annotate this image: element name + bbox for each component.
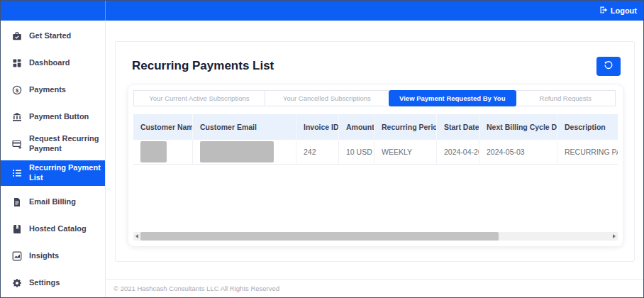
svg-text:$: $: [16, 87, 19, 94]
cell-description: RECURRING PAYMENT: [557, 140, 618, 164]
sidebar-nav: Get Started Dashboard $ Payments Payment…: [1, 21, 106, 297]
sidebar-item-label: Payment Button: [29, 112, 89, 122]
sidebar-item-hosted-catalog[interactable]: Hosted Catalog: [1, 216, 105, 243]
column-header-next-billing-cycle-date: Next Billing Cycle Date: [479, 114, 557, 140]
main-content: Recurring Payments List Your Current Act…: [106, 21, 643, 297]
logout-icon: [599, 6, 608, 16]
footer: © 2021 Hashcash Consultants LLC All Righ…: [106, 279, 643, 297]
sidebar-item-email-billing[interactable]: Email Billing: [1, 189, 105, 216]
tab-bar: Your Current Active Subscriptions Your C…: [133, 90, 618, 106]
cell-start-date: 2024-04-26: [437, 140, 479, 164]
top-navbar: Logout: [1, 1, 643, 21]
cell-amount: 10 USD: [339, 140, 374, 164]
sidebar-item-settings[interactable]: Settings: [1, 270, 105, 297]
cell-customer-name: [133, 140, 193, 164]
card-plus-icon: [12, 139, 23, 149]
cell-next-billing-cycle-date: 2024-05-03: [479, 140, 557, 164]
tab-view-payment-requested[interactable]: View Payment Requested By You: [389, 90, 516, 106]
scrollbar-thumb[interactable]: [140, 232, 499, 241]
cell-invoice-id: 242: [296, 140, 339, 164]
logout-label: Logout: [611, 6, 637, 15]
column-header-invoice-id: Invoice ID: [296, 114, 339, 140]
column-header-start-date: Start Date: [437, 114, 479, 140]
tab-refund-requests[interactable]: Refund Requests: [516, 90, 616, 106]
scroll-left-arrow-icon[interactable]: [135, 234, 138, 238]
sidebar-item-request-recurring-payment[interactable]: Request Recurring Payment: [1, 131, 105, 158]
grid-icon: [12, 58, 23, 68]
redacted-customer-name: [140, 141, 167, 162]
briefcase-check-icon: [12, 31, 23, 41]
file-text-icon: [12, 197, 23, 207]
sidebar-item-payment-button[interactable]: Payment Button: [1, 104, 105, 131]
sidebar-item-dashboard[interactable]: Dashboard: [1, 50, 105, 77]
sidebar-item-payments[interactable]: $ Payments: [1, 77, 105, 104]
topbar-divider: [105, 1, 106, 21]
tab-cancelled-subscriptions[interactable]: Your Cancelled Subscriptions: [265, 90, 389, 106]
scroll-right-arrow-icon[interactable]: [613, 234, 616, 238]
sidebar-item-insights[interactable]: Insights: [1, 243, 105, 270]
chart-icon: [12, 251, 23, 261]
cell-recurring-period: WEEKLY: [374, 140, 437, 164]
bank-icon: [12, 112, 23, 122]
sidebar-item-label: Insights: [29, 251, 59, 261]
column-header-amount: Amount: [339, 114, 374, 140]
tab-current-active-subscriptions[interactable]: Your Current Active Subscriptions: [133, 90, 265, 106]
sidebar-item-label: Payments: [29, 85, 66, 95]
sidebar-item-label: Email Billing: [29, 197, 76, 207]
cell-customer-email: [193, 140, 296, 164]
sidebar-item-label: Settings: [29, 278, 60, 288]
column-header-description: Description: [557, 114, 618, 140]
sidebar-item-label: Hosted Catalog: [29, 224, 87, 234]
dollar-circle-icon: $: [12, 85, 23, 95]
history-icon: [604, 60, 614, 72]
copyright-text: © 2021 Hashcash Consultants LLC All Righ…: [106, 280, 279, 297]
sidebar-item-label: Request Recurring Payment: [29, 134, 101, 154]
subscriptions-panel: Your Current Active Subscriptions Your C…: [128, 85, 623, 246]
table-row: 242 10 USD WEEKLY 2024-04-26 2024-05-03 …: [133, 140, 618, 165]
sidebar-item-recurring-payment-list[interactable]: Recurring Payment List: [1, 160, 105, 186]
sidebar-item-label: Dashboard: [29, 58, 70, 68]
column-header-customer-name: Customer Name: [133, 114, 193, 140]
page-title: Recurring Payments List: [132, 59, 274, 73]
gear-icon: [12, 278, 23, 288]
list-icon: [12, 168, 23, 178]
sidebar-item-label: Recurring Payment List: [29, 163, 101, 183]
book-icon: [12, 224, 23, 234]
logout-button[interactable]: Logout: [599, 6, 637, 16]
app-window: Logout Get Started Dashboard $ Payments: [0, 0, 644, 298]
sidebar-item-get-started[interactable]: Get Started: [1, 23, 105, 50]
sidebar-item-label: Get Started: [29, 31, 71, 41]
horizontal-scrollbar[interactable]: [133, 232, 618, 241]
refresh-button[interactable]: [596, 57, 621, 76]
redacted-customer-email: [200, 141, 274, 162]
recurring-payments-card: Recurring Payments List Your Current Act…: [115, 41, 635, 262]
column-header-customer-email: Customer Email: [193, 114, 296, 140]
column-header-recurring-period: Recurring Period: [374, 114, 437, 140]
table-header-row: Customer Name Customer Email Invoice ID …: [133, 114, 618, 140]
